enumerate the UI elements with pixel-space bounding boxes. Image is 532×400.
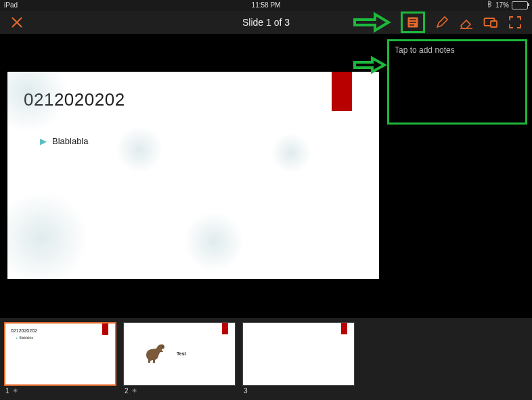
bullet-marker-icon: ▶ [40,136,47,146]
thumbnail-strip: 0212020202 ▸ Blablabla 1 ✶ Test 2 ✶ 3 [0,318,532,400]
thumb-title: 0212020202 [5,324,115,333]
eraser-button[interactable] [459,15,474,30]
thumbnail-slide-1[interactable]: 0212020202 ▸ Blablabla [4,322,116,386]
slide-accent-bar [332,72,352,111]
clock-label: 11:58 PM [252,0,281,11]
annotation-arrow-toolbar [352,12,391,33]
bluetooth-icon [487,0,493,12]
close-button[interactable] [9,15,24,30]
thumb-bullet: ▸ Blablabla [5,333,115,340]
slide-counter: Slide 1 of 3 [242,17,290,28]
notes-placeholder: Tap to add notes [395,45,455,55]
battery-text: 17% [495,0,509,11]
thumb-label-1: 1 ✶ [5,387,18,395]
thumbnail-slide-2[interactable]: Test [123,322,236,386]
status-right-cluster: 17% [487,0,528,11]
fullscreen-button[interactable] [508,15,523,30]
svg-point-7 [162,346,163,347]
svg-rect-6 [491,21,497,27]
thumb-label-2: 2 ✶ [125,387,137,395]
slide-bullet-list: ▶Blablabla [7,136,379,146]
toolbar-icon-group [401,12,532,33]
slide-main[interactable]: 0212020202 ▶Blablabla [7,72,379,279]
notes-button[interactable] [405,15,420,30]
slide-bullet-text: Blablabla [52,136,89,146]
thumb-test-label: Test [177,351,186,356]
thumb-label-3: 3 [244,387,248,395]
annotation-arrow-panel [352,55,387,74]
slide-accent-bar [222,323,228,334]
pen-button[interactable] [435,15,449,30]
status-bar: iPad 11:58 PM 17% [0,0,532,11]
device-label: iPad [4,0,18,11]
slide-accent-bar [341,323,347,334]
star-icon: ✶ [12,387,18,395]
mirror-display-button[interactable] [483,15,498,30]
star-icon: ✶ [131,387,137,395]
slide-accent-bar [102,324,108,335]
thumbnail-slide-3[interactable] [242,322,355,386]
notes-panel[interactable]: Tap to add notes [387,39,527,125]
battery-icon [512,1,528,9]
notes-button-highlight [401,12,425,33]
trex-image-icon [143,342,167,363]
toolbar: Slide 1 of 3 [0,11,532,34]
